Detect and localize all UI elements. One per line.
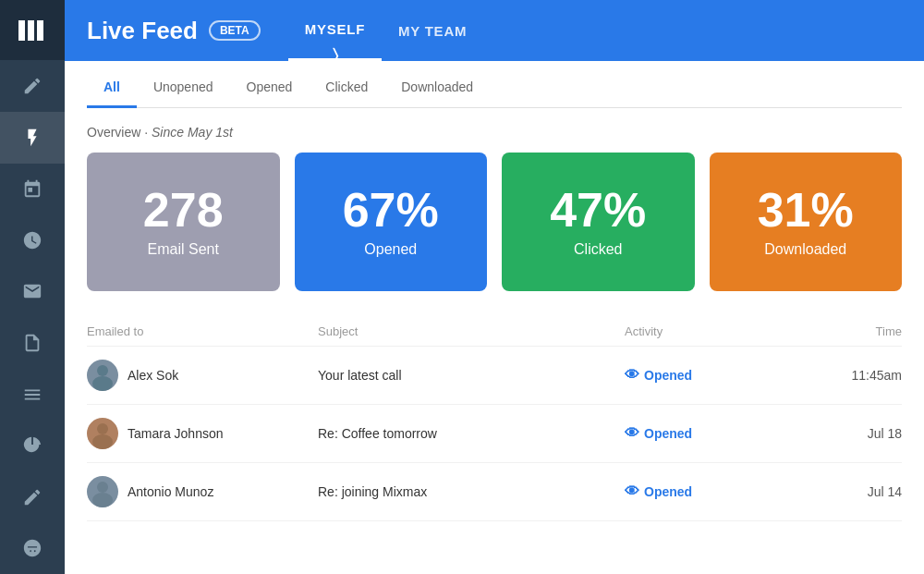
subject-cell: Re: Coffee tomorrow	[318, 426, 625, 441]
eye-icon: 👁	[625, 425, 639, 442]
nav-tab-myteam[interactable]: MY TEAM	[382, 0, 483, 61]
content-area: All Unopened Opened Clicked Downloaded O…	[65, 61, 924, 574]
contact-cell: Antonio Munoz	[87, 476, 318, 507]
table-header: Emailed to Subject Activity Time	[87, 317, 902, 347]
main-content: Live Feed BETA MYSELF 〉 MY TEAM All Unop…	[65, 0, 924, 574]
col-emailed-to: Emailed to	[87, 324, 318, 338]
svg-rect-2	[37, 20, 43, 41]
table-row[interactable]: Antonio Munoz Re: joining Mixmax 👁 Opene…	[87, 463, 902, 521]
eye-icon: 👁	[625, 367, 639, 384]
filter-tab-unopened[interactable]: Unopened	[137, 68, 230, 108]
contact-cell: Alex Sok	[87, 360, 318, 391]
contact-name: Antonio Munoz	[128, 484, 213, 499]
sidebar-item-calendar[interactable]	[0, 164, 65, 215]
svg-point-5	[97, 423, 108, 434]
svg-rect-0	[18, 20, 25, 41]
subject-cell: Re: joining Mixmax	[318, 484, 625, 499]
col-activity: Activity	[625, 324, 791, 338]
col-time: Time	[791, 324, 902, 338]
time-cell: Jul 14	[791, 484, 902, 499]
table-row[interactable]: Alex Sok Your latest call 👁 Opened 11:45…	[87, 347, 902, 405]
stat-clicked-label: Clicked	[574, 241, 622, 258]
activity-cell: 👁 Opened	[625, 367, 791, 384]
sidebar-item-document[interactable]	[0, 317, 65, 369]
avatar	[87, 360, 118, 391]
time-cell: Jul 18	[791, 426, 902, 441]
svg-point-8	[92, 493, 113, 507]
col-subject: Subject	[318, 324, 625, 338]
stat-downloaded-value: 31%	[758, 186, 854, 234]
sidebar-item-lightning[interactable]	[0, 112, 65, 164]
stat-opened-label: Opened	[364, 241, 417, 258]
header-nav: MYSELF 〉 MY TEAM	[288, 0, 484, 61]
sidebar-item-list[interactable]	[0, 369, 65, 421]
svg-point-4	[92, 376, 113, 391]
filter-tab-all[interactable]: All	[87, 68, 137, 108]
filter-tab-downloaded[interactable]: Downloaded	[384, 68, 490, 108]
stat-downloaded-label: Downloaded	[764, 241, 846, 258]
sidebar-item-pencil[interactable]	[0, 471, 65, 523]
sidebar-item-mail[interactable]	[0, 266, 65, 318]
filter-tab-opened[interactable]: Opened	[230, 68, 310, 108]
stat-card-clicked: 47% Clicked	[502, 153, 695, 291]
sidebar-item-smiley[interactable]	[0, 522, 65, 574]
stats-row: 278 Email Sent 67% Opened 47% Clicked 31…	[87, 153, 902, 291]
avatar	[87, 476, 118, 507]
filter-tabs: All Unopened Opened Clicked Downloaded	[87, 61, 902, 108]
subject-cell: Your latest call	[318, 368, 625, 383]
app-header: Live Feed BETA MYSELF 〉 MY TEAM	[65, 0, 924, 61]
stat-opened-value: 67%	[343, 186, 439, 234]
stat-email-sent-label: Email Sent	[148, 241, 219, 258]
avatar	[87, 418, 118, 449]
nav-tab-myself[interactable]: MYSELF 〉	[288, 0, 382, 61]
activity-cell: 👁 Opened	[625, 425, 791, 442]
svg-point-3	[97, 365, 108, 376]
eye-icon: 👁	[625, 483, 639, 500]
stat-email-sent-value: 278	[143, 186, 224, 234]
beta-badge: BETA	[209, 20, 261, 41]
overview-header: Overview · Since May 1st	[87, 108, 902, 153]
table-row[interactable]: Tamara Johnson Re: Coffee tomorrow 👁 Ope…	[87, 405, 902, 463]
contact-name: Tamara Johnson	[128, 426, 224, 441]
activity-cell: 👁 Opened	[625, 483, 791, 500]
app-title: Live Feed	[87, 17, 198, 45]
stat-card-email-sent: 278 Email Sent	[87, 153, 280, 291]
svg-point-6	[92, 434, 113, 449]
sidebar-item-clock[interactable]	[0, 214, 65, 266]
svg-rect-1	[28, 20, 34, 41]
time-cell: 11:45am	[791, 368, 902, 383]
sidebar	[0, 0, 65, 574]
stat-card-opened: 67% Opened	[295, 153, 488, 291]
contact-name: Alex Sok	[128, 368, 178, 383]
sidebar-item-edit[interactable]	[0, 60, 65, 112]
cursor-icon: 〉	[333, 46, 339, 66]
stat-clicked-value: 47%	[550, 186, 646, 234]
filter-tab-clicked[interactable]: Clicked	[309, 68, 384, 108]
svg-point-7	[97, 482, 108, 493]
sidebar-item-chart[interactable]	[0, 420, 65, 471]
contact-cell: Tamara Johnson	[87, 418, 318, 449]
stat-card-downloaded: 31% Downloaded	[710, 153, 903, 291]
app-logo	[0, 0, 65, 60]
